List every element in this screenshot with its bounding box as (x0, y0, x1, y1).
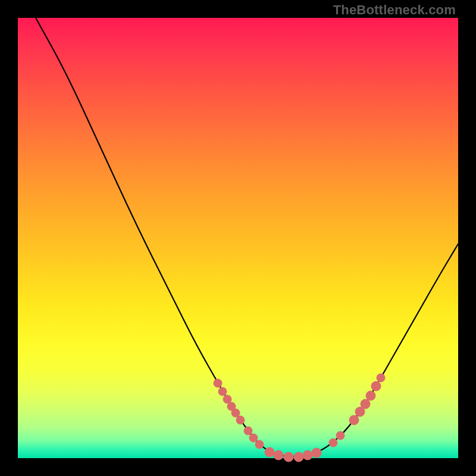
watermark-text: TheBottleneck.com (333, 2, 456, 18)
plot-area (18, 18, 458, 458)
data-dot (244, 427, 252, 435)
data-dot (265, 447, 274, 457)
data-dot (377, 374, 385, 382)
data-dot (329, 439, 337, 447)
chart-frame: TheBottleneck.com (0, 0, 476, 476)
data-dot (349, 415, 359, 425)
data-dot (284, 452, 293, 462)
dots-group (214, 374, 385, 462)
bottleneck-curve (36, 18, 458, 456)
data-dot (231, 409, 240, 417)
data-dot (236, 416, 245, 424)
data-dot (371, 381, 381, 391)
data-dot (336, 431, 345, 440)
data-dot (303, 450, 312, 460)
data-dot (274, 450, 283, 460)
data-dot (361, 399, 370, 409)
data-dot (312, 448, 321, 458)
curve-svg (18, 18, 458, 458)
data-dot (255, 440, 264, 449)
data-dot (218, 387, 227, 396)
data-dot (294, 452, 303, 462)
data-dot (214, 379, 222, 387)
data-dot (366, 391, 375, 400)
data-dot (249, 434, 258, 442)
